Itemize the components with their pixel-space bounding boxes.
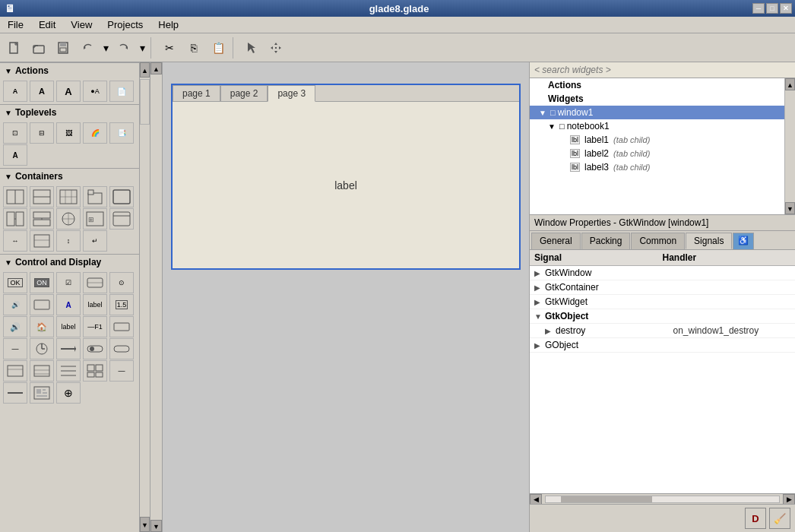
tab-accessibility[interactable]: ♿: [733, 233, 754, 249]
widget-ctrl-7[interactable]: [30, 294, 54, 315]
widget-container-3[interactable]: [56, 186, 81, 207]
widget-ctrl-8[interactable]: A: [56, 294, 81, 315]
widget-toplevel-3[interactable]: 🖼: [56, 122, 81, 144]
notebook-tab-2[interactable]: page 2: [220, 85, 268, 101]
cut-button[interactable]: ✂: [158, 36, 181, 59]
widget-container-11[interactable]: ↔: [3, 230, 27, 252]
tab-packing[interactable]: Packing: [581, 233, 631, 249]
widget-ctrl-27[interactable]: [30, 382, 54, 404]
widget-action-3[interactable]: A: [56, 81, 81, 102]
widget-ctrl-4[interactable]: [83, 272, 107, 293]
widget-container-5[interactable]: [109, 186, 134, 207]
delete-button[interactable]: D: [745, 508, 766, 529]
widget-ctrl-1[interactable]: OK: [3, 272, 27, 293]
tree-window1[interactable]: ▼ □ window1: [530, 106, 795, 119]
menu-help[interactable]: Help: [154, 17, 183, 32]
widget-ctrl-16[interactable]: —: [3, 338, 27, 359]
widget-container-8[interactable]: [56, 208, 81, 230]
widget-ctrl-12[interactable]: 🏠: [30, 316, 54, 337]
widget-ctrl-23[interactable]: [56, 360, 81, 382]
widget-toplevel-4[interactable]: 🌈: [83, 122, 107, 144]
signal-row-gtkobject[interactable]: ▼ GtkObject: [530, 309, 795, 324]
tree-label1[interactable]: lbl label1 (tab child): [530, 133, 795, 147]
tab-common[interactable]: Common: [631, 233, 685, 249]
widget-container-14[interactable]: ↵: [83, 230, 107, 252]
undo-button[interactable]: [76, 36, 99, 59]
notebook-tab-1[interactable]: page 1: [173, 85, 220, 101]
widget-ctrl-18[interactable]: [56, 338, 81, 359]
widget-toplevel-2[interactable]: ⊟: [30, 122, 54, 144]
tree-scrollbar[interactable]: ▲ ▼: [784, 78, 795, 214]
widget-ctrl-2[interactable]: ON: [30, 272, 54, 293]
widget-ctrl-11[interactable]: 🔊: [3, 316, 27, 337]
maximize-button[interactable]: □: [766, 3, 778, 14]
menu-view[interactable]: View: [66, 17, 97, 32]
actions-section-header[interactable]: ▼ Actions: [0, 62, 150, 78]
widget-ctrl-3[interactable]: ☑: [56, 272, 81, 293]
minimize-button[interactable]: ─: [752, 3, 765, 14]
widget-ctrl-9[interactable]: label: [83, 294, 107, 315]
copy-button[interactable]: ⎘: [182, 36, 205, 59]
widget-container-4[interactable]: [83, 186, 107, 207]
tab-signals[interactable]: Signals: [686, 233, 732, 249]
widget-ctrl-10[interactable]: 1.5: [109, 294, 134, 315]
widget-action-2[interactable]: A: [30, 81, 54, 102]
signal-row-gtkwindow[interactable]: ▶ GtkWindow: [530, 266, 795, 280]
widget-ctrl-26[interactable]: [3, 382, 27, 404]
widget-ctrl-13[interactable]: label: [56, 316, 81, 337]
paste-button[interactable]: 📋: [207, 36, 230, 59]
widget-container-13[interactable]: ↕: [56, 230, 81, 252]
close-button[interactable]: ✕: [780, 3, 792, 14]
widget-container-10[interactable]: [109, 208, 134, 230]
tree-label3[interactable]: lbl label3 (tab child): [530, 160, 795, 174]
signal-row-destroy[interactable]: ▶ destroy on_window1_destroy: [530, 324, 795, 338]
widget-ctrl-25[interactable]: —: [109, 360, 134, 382]
move-button[interactable]: [264, 36, 287, 59]
left-panel-scrollbar[interactable]: ▲ ▼: [139, 62, 150, 532]
tree-notebook1[interactable]: ▼ □ notebook1: [530, 119, 795, 133]
tree-label2[interactable]: lbl label2 (tab child): [530, 147, 795, 160]
signal-row-gtkwidget[interactable]: ▶ GtkWidget: [530, 295, 795, 309]
signals-scrollbar-h[interactable]: ◀ ▶: [530, 493, 795, 504]
signal-row-gtkcontainer[interactable]: ▶ GtkContainer: [530, 280, 795, 295]
signal-row-gobject[interactable]: ▶ GObject: [530, 338, 795, 353]
widget-ctrl-20[interactable]: [109, 338, 134, 359]
widget-ctrl-14[interactable]: —F1: [83, 316, 107, 337]
widget-container-7[interactable]: [30, 208, 54, 230]
undo-dropdown[interactable]: ▾: [100, 36, 111, 59]
redo-button[interactable]: [112, 36, 135, 59]
widget-container-2[interactable]: [30, 186, 54, 207]
pointer-button[interactable]: [240, 36, 263, 59]
widget-toplevel-5[interactable]: 📑: [109, 122, 134, 144]
widget-container-12[interactable]: [30, 230, 54, 252]
new-button[interactable]: [3, 36, 26, 59]
widget-toplevel-1[interactable]: ⊡: [3, 122, 27, 144]
save-button[interactable]: [52, 36, 74, 59]
widget-action-5[interactable]: 📄: [109, 81, 134, 102]
widget-ctrl-19[interactable]: [83, 338, 107, 359]
notebook-tab-3[interactable]: page 3: [268, 85, 315, 102]
clear-button[interactable]: 🧹: [769, 508, 790, 529]
redo-dropdown[interactable]: ▾: [137, 36, 147, 59]
widget-ctrl-28[interactable]: ⊕: [56, 382, 81, 404]
tab-general[interactable]: General: [531, 233, 581, 249]
menu-edit[interactable]: Edit: [34, 17, 60, 32]
widget-ctrl-5[interactable]: ⊙: [109, 272, 134, 293]
widget-toplevel-6[interactable]: A: [3, 144, 27, 166]
widget-action-4[interactable]: ●A: [83, 81, 107, 102]
widget-ctrl-6[interactable]: 🔊: [3, 294, 27, 315]
open-button[interactable]: [27, 36, 50, 59]
widget-container-1[interactable]: [3, 186, 27, 207]
toplevels-section-header[interactable]: ▼ Toplevels: [0, 104, 150, 120]
widget-action-1[interactable]: A: [3, 81, 27, 102]
menu-projects[interactable]: Projects: [103, 17, 147, 32]
containers-section-header[interactable]: ▼ Containers: [0, 168, 150, 184]
widget-ctrl-17[interactable]: [30, 338, 54, 359]
widget-ctrl-24[interactable]: [83, 360, 107, 382]
widget-ctrl-21[interactable]: [3, 360, 27, 382]
widget-container-6[interactable]: [3, 208, 27, 230]
control-display-section-header[interactable]: ▼ Control and Display: [0, 254, 150, 270]
widget-ctrl-22[interactable]: [30, 360, 54, 382]
search-input[interactable]: [534, 65, 790, 75]
center-v-scrollbar[interactable]: ▲ ▼: [150, 62, 163, 532]
